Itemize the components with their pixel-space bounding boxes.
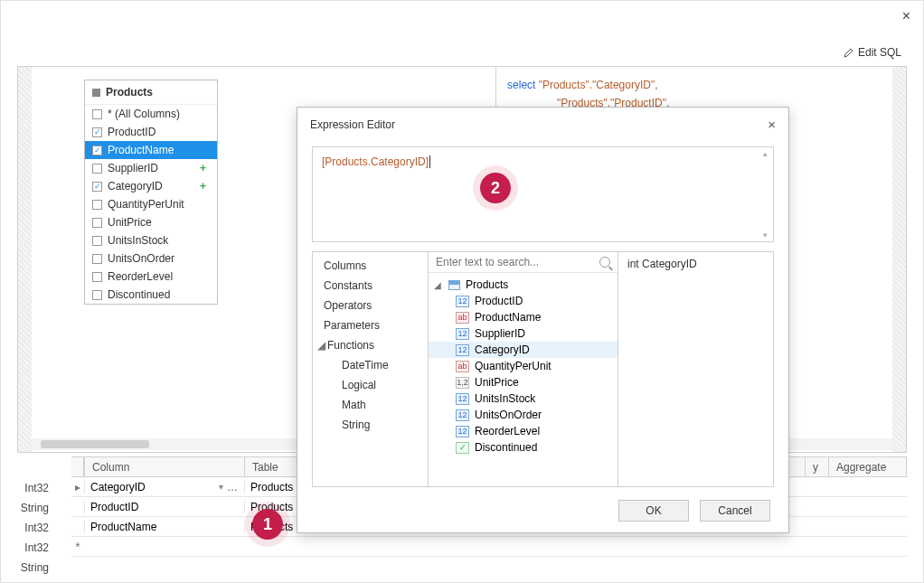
tree-item[interactable]: abQuantityPerUnit (429, 358, 618, 374)
row-type-label: String (14, 498, 54, 518)
ok-button[interactable]: OK (618, 500, 689, 522)
tree-item-label: SupplierID (475, 327, 525, 340)
table-title-text: Products (106, 86, 153, 99)
ellipsis-button[interactable]: … (227, 481, 239, 494)
column-checkbox[interactable] (92, 127, 102, 137)
search-icon[interactable] (599, 257, 610, 268)
function-category-item[interactable]: Math (313, 395, 428, 415)
table-column-row[interactable]: SupplierID+ (85, 159, 217, 177)
table-column-row[interactable]: ProductName (85, 141, 217, 159)
tree-item-label: Discontinued (475, 441, 537, 454)
scroll-thumb[interactable] (41, 440, 149, 448)
datatype-icon: 12 (456, 328, 469, 340)
table-column-row[interactable]: UnitsOnOrder (85, 249, 217, 268)
window-close-button[interactable]: × (902, 8, 910, 24)
column-checkbox[interactable] (92, 218, 102, 228)
tree-item[interactable]: 1,2UnitPrice (429, 374, 618, 390)
column-name: CategoryID (108, 180, 163, 193)
dropdown-icon[interactable]: ▾ (219, 482, 223, 492)
search-input[interactable] (436, 256, 599, 268)
tree-item[interactable]: 12CategoryID (429, 342, 618, 358)
table-column-row[interactable]: Discontinued (85, 286, 217, 304)
function-category-item[interactable]: Logical (313, 375, 428, 395)
category-item[interactable]: Parameters (313, 315, 428, 335)
tree-item[interactable]: abProductName (429, 309, 618, 325)
column-name: ProductID (108, 126, 156, 138)
tree-item-label: ProductID (475, 295, 523, 307)
row-type-label: String (14, 558, 54, 578)
grid-cell-column: ProductName (90, 521, 156, 533)
grid-header-column[interactable]: Column (84, 457, 245, 476)
column-checkbox[interactable] (92, 236, 102, 246)
column-name: Discontinued (108, 288, 170, 301)
row-types-column: Int32StringInt32Int32StringDecimalInt16 (14, 478, 54, 583)
tree-item-label: CategoryID (475, 343, 530, 356)
description-pane: int CategoryID (618, 252, 773, 486)
category-item[interactable]: Constants (313, 276, 428, 296)
column-checkbox[interactable] (92, 272, 102, 282)
column-checkbox[interactable] (92, 146, 102, 155)
column-name: * (All Columns) (108, 108, 180, 120)
category-list: ColumnsConstantsOperatorsParameters ◢Fun… (313, 252, 429, 486)
edit-sql-link[interactable]: Edit SQL (844, 46, 901, 59)
description-text: int CategoryID (627, 258, 697, 270)
tree-item-label: UnitPrice (475, 376, 519, 389)
dialog-title: Expression Editor (310, 118, 395, 131)
grid-header-aggregate[interactable]: Aggregate (829, 457, 907, 476)
expression-editor-dialog: Expression Editor × [Products.CategoryID… (297, 107, 789, 533)
tree-root-products[interactable]: ◢ Products (429, 277, 618, 293)
table-column-row[interactable]: CategoryID+ (85, 177, 217, 195)
column-checkbox[interactable] (92, 182, 102, 192)
tree-item[interactable]: 12ReorderLevel (429, 423, 618, 439)
column-checkbox[interactable] (92, 200, 102, 210)
row-type-label: Int32 (14, 478, 54, 498)
column-checkbox[interactable] (92, 109, 102, 119)
column-checkbox[interactable] (92, 290, 102, 300)
tree-item[interactable]: 12UnitsInStock (429, 390, 618, 407)
dialog-close-button[interactable]: × (768, 117, 776, 132)
annotation-badge-2: 2 (480, 173, 511, 203)
cancel-button[interactable]: Cancel (700, 500, 770, 522)
edit-sql-label: Edit SQL (858, 46, 901, 59)
table-column-row[interactable]: * (All Columns) (85, 105, 217, 123)
tree-item[interactable]: 12SupplierID (429, 325, 618, 342)
table-column-row[interactable]: UnitPrice (85, 213, 217, 231)
table-column-row[interactable]: ReorderLevel (85, 268, 217, 286)
column-checkbox[interactable] (92, 254, 102, 264)
grid-header-y[interactable]: y (806, 457, 829, 476)
datatype-icon: 12 (456, 393, 469, 405)
annotation-badge-1: 1 (252, 509, 283, 540)
datatype-icon: 12 (456, 296, 469, 307)
dialog-titlebar[interactable]: Expression Editor × (297, 108, 788, 141)
tree-item[interactable]: 12ProductID (429, 293, 618, 309)
add-relation-icon[interactable]: + (200, 180, 210, 193)
pencil-icon (844, 47, 854, 58)
expression-textarea[interactable]: [Products.CategoryID] (312, 146, 774, 242)
table-column-row[interactable]: QuantityPerUnit (85, 195, 217, 213)
table-glyph-icon (92, 89, 100, 97)
grid-header-table[interactable]: Table (245, 457, 297, 476)
datatype-icon: ab (456, 312, 469, 324)
category-item[interactable]: Columns (313, 256, 428, 276)
table-column-row[interactable]: UnitsInStock (85, 231, 217, 249)
dialog-buttons: OK Cancel (297, 487, 788, 532)
category-item[interactable]: Operators (313, 296, 428, 315)
row-type-label: Decimal (14, 578, 54, 583)
column-checkbox[interactable] (92, 164, 102, 174)
tree-item[interactable]: 12UnitsOnOrder (429, 407, 618, 423)
table-column-row[interactable]: ProductID (85, 123, 217, 141)
function-category-item[interactable]: DateTime (313, 355, 428, 375)
tree-item-label: ProductName (475, 311, 541, 324)
table-box-products[interactable]: Products * (All Columns)ProductIDProduct… (84, 80, 218, 305)
right-gutter (892, 67, 906, 452)
expression-scrollbar[interactable] (764, 151, 771, 238)
grid-new-row[interactable]: * (71, 537, 907, 557)
column-name: SupplierID (108, 162, 158, 174)
datatype-icon: 1,2 (456, 377, 469, 389)
add-relation-icon[interactable]: + (200, 162, 210, 174)
datatype-icon: 12 (456, 409, 469, 421)
function-category-item[interactable]: String (313, 415, 428, 435)
tree-item[interactable]: ✓Discontinued (429, 439, 618, 456)
table-title[interactable]: Products (85, 80, 217, 105)
category-functions[interactable]: ◢Functions (313, 335, 428, 355)
